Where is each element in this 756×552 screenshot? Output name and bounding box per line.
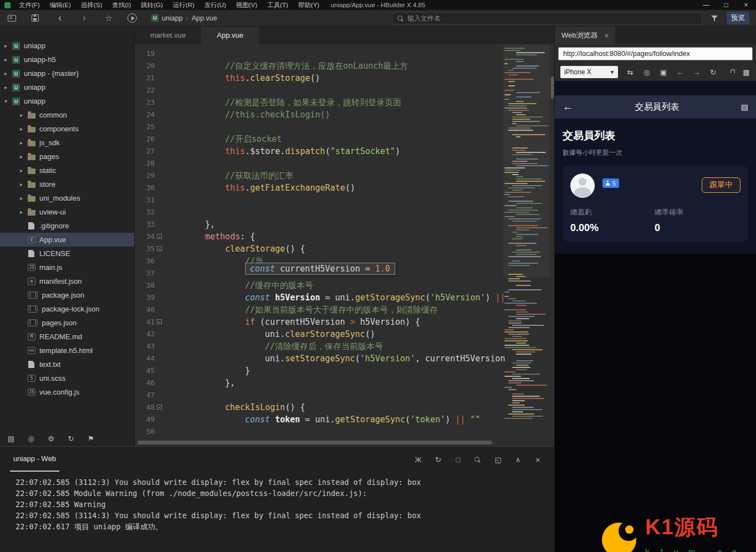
tree-item[interactable]: text.txt bbox=[0, 357, 134, 371]
file-search-box[interactable] bbox=[392, 12, 702, 24]
code-line[interactable]: 49const token = uni.getStorageSync('toke… bbox=[135, 413, 554, 426]
fold-marker[interactable]: - bbox=[157, 405, 162, 410]
find-icon[interactable] bbox=[474, 456, 482, 463]
preview-button[interactable]: 预览 bbox=[727, 12, 749, 24]
code-line[interactable]: 48-checkIsLogin() { bbox=[135, 401, 554, 413]
clear-icon[interactable] bbox=[534, 455, 542, 464]
tree-item[interactable]: VApp.vue bbox=[0, 233, 134, 247]
rotate-device-icon[interactable] bbox=[626, 68, 635, 76]
code-line[interactable]: 32 bbox=[135, 206, 554, 218]
code-line[interactable]: 33}, bbox=[135, 218, 554, 231]
code-line[interactable]: 28 bbox=[135, 157, 554, 170]
orders-icon[interactable] bbox=[741, 103, 748, 111]
browser-back-icon[interactable] bbox=[676, 68, 684, 76]
forward-icon[interactable] bbox=[79, 12, 90, 24]
tree-root-item[interactable]: ▸Uuniapp bbox=[0, 80, 134, 94]
code-line[interactable]: 23//检测是否登陆，如果未登录，跳转到登录页面 bbox=[135, 96, 554, 109]
menu-item[interactable]: 查找(I) bbox=[107, 0, 136, 10]
code-line[interactable]: 20//自定义缓存清理方法，应放在onLaunch最上方 bbox=[135, 60, 554, 72]
breadcrumb-project[interactable]: uniapp bbox=[162, 14, 183, 22]
tree-item[interactable]: [ ]package-lock.json bbox=[0, 302, 134, 316]
code-line[interactable]: 40//如果当前版本号大于缓存中的版本号，则清除缓存 bbox=[135, 304, 554, 316]
tree-root-item[interactable]: ▸Uuniapp - {master} bbox=[0, 67, 134, 80]
flag-icon[interactable]: ⚑ bbox=[86, 435, 95, 443]
minimap[interactable] bbox=[504, 48, 549, 436]
run-icon[interactable] bbox=[127, 13, 137, 23]
tree-root-item[interactable]: ▸Uuniapp bbox=[0, 39, 134, 53]
tree-item[interactable]: ▸static bbox=[0, 163, 134, 177]
scope-icon[interactable]: ◎ bbox=[27, 435, 35, 443]
tree-item[interactable]: ▸pages bbox=[0, 150, 134, 163]
vertical-scrollbar-thumb[interactable] bbox=[551, 76, 554, 99]
trader-card[interactable]: 5 跟單中 總盈虧 0.00% 總準確率 0 bbox=[563, 166, 748, 242]
minimize-button[interactable]: — bbox=[696, 0, 716, 10]
code-line[interactable]: 24//this.checkIsLogin() bbox=[135, 109, 554, 121]
terminal-icon[interactable] bbox=[8, 15, 16, 22]
device-select[interactable]: iPhone X bbox=[560, 66, 618, 78]
menu-item[interactable]: 发行(U) bbox=[200, 0, 231, 10]
code-line[interactable]: 50 bbox=[135, 426, 554, 438]
grid-icon[interactable] bbox=[742, 68, 750, 76]
code-line[interactable]: 31 bbox=[135, 194, 554, 206]
code-editor[interactable]: 1920//自定义缓存清理方法，应放在onLaunch最上方21this.cle… bbox=[135, 44, 554, 446]
maximize-button[interactable]: □ bbox=[716, 0, 736, 10]
close-button[interactable]: × bbox=[736, 0, 756, 10]
tree-item[interactable]: JSvue.config.js bbox=[0, 385, 134, 399]
filter-icon[interactable] bbox=[711, 15, 718, 22]
tree-item[interactable]: LICENSE bbox=[0, 247, 134, 260]
code-line[interactable]: 22 bbox=[135, 84, 554, 96]
code-line[interactable]: 30this.getFiatExchangeRate() bbox=[135, 182, 554, 194]
code-line[interactable]: 46}, bbox=[135, 377, 554, 389]
menu-item[interactable]: 视图(V) bbox=[231, 0, 262, 10]
tree-item[interactable]: ▸uview-ui bbox=[0, 205, 134, 219]
devtools-icon[interactable] bbox=[659, 68, 667, 76]
menu-item[interactable]: 选择(S) bbox=[76, 0, 107, 10]
inspect-icon[interactable] bbox=[643, 68, 651, 76]
menu-item[interactable]: 运行(R) bbox=[168, 0, 200, 10]
vertical-scrollbar[interactable] bbox=[550, 44, 554, 436]
code-line[interactable]: 19 bbox=[135, 48, 554, 60]
menu-item[interactable]: 工具(T) bbox=[262, 0, 293, 10]
code-line[interactable]: 44uni.setStorageSync('h5Version', curren… bbox=[135, 352, 554, 365]
code-line[interactable]: 29//获取法币的汇率 bbox=[135, 170, 554, 182]
tree-item[interactable]: ▸common bbox=[0, 108, 134, 122]
code-line[interactable]: 27this.$store.dispatch("startSocket") bbox=[135, 145, 554, 157]
tree-root-item[interactable]: ▾Uuniapp bbox=[0, 94, 134, 108]
debug-icon[interactable] bbox=[414, 456, 422, 464]
follow-button[interactable]: 跟單中 bbox=[702, 177, 740, 193]
code-line[interactable]: 21this.clearStorage() bbox=[135, 72, 554, 84]
browser-forward-icon[interactable] bbox=[692, 68, 701, 76]
menu-item[interactable]: 跳转(G) bbox=[136, 0, 168, 10]
browser-tab[interactable]: Web浏览器 × bbox=[555, 27, 615, 44]
search-input[interactable] bbox=[407, 14, 697, 22]
tree-item[interactable]: Suni.scss bbox=[0, 371, 134, 385]
tree-item[interactable]: .gitignore bbox=[0, 219, 134, 233]
code-line[interactable]: 42uni.clearStorageSync() bbox=[135, 328, 554, 340]
save-icon[interactable] bbox=[32, 14, 39, 22]
tab-close-icon[interactable]: × bbox=[605, 32, 609, 40]
tree-item[interactable]: [ ]pages.json bbox=[0, 316, 134, 330]
tree-item[interactable]: JSmain.js bbox=[0, 260, 134, 274]
code-line[interactable]: 35-clearStorage() { bbox=[135, 243, 554, 255]
tree-item[interactable]: MREADME.md bbox=[0, 330, 134, 344]
tree-item[interactable]: [ ]package.json bbox=[0, 288, 134, 302]
code-line[interactable]: 26//开启socket bbox=[135, 133, 554, 145]
files-icon[interactable]: ▤ bbox=[7, 435, 16, 443]
fold-marker[interactable]: - bbox=[157, 319, 162, 324]
code-line[interactable]: 45} bbox=[135, 365, 554, 377]
horizontal-scrollbar-thumb[interactable] bbox=[137, 441, 492, 444]
export-icon[interactable] bbox=[494, 456, 502, 464]
settings-icon[interactable]: ⚙ bbox=[47, 435, 55, 443]
tree-item[interactable]: ⚙manifest.json bbox=[0, 274, 134, 288]
editor-tab[interactable]: App.vue bbox=[201, 27, 259, 44]
favorite-icon[interactable] bbox=[103, 13, 114, 23]
code-line[interactable]: 25 bbox=[135, 121, 554, 133]
code-line[interactable]: 43//清除缓存后，保存当前版本号 bbox=[135, 340, 554, 352]
horizontal-scrollbar[interactable] bbox=[137, 441, 488, 444]
breadcrumb-file[interactable]: App.vue bbox=[192, 14, 217, 22]
code-line[interactable]: 38//缓存中的版本号 bbox=[135, 279, 554, 292]
collapse-icon[interactable] bbox=[514, 456, 522, 464]
tree-item[interactable]: ▸uni_modules bbox=[0, 191, 134, 205]
refresh-icon[interactable] bbox=[709, 68, 717, 76]
url-input[interactable] bbox=[558, 47, 753, 60]
